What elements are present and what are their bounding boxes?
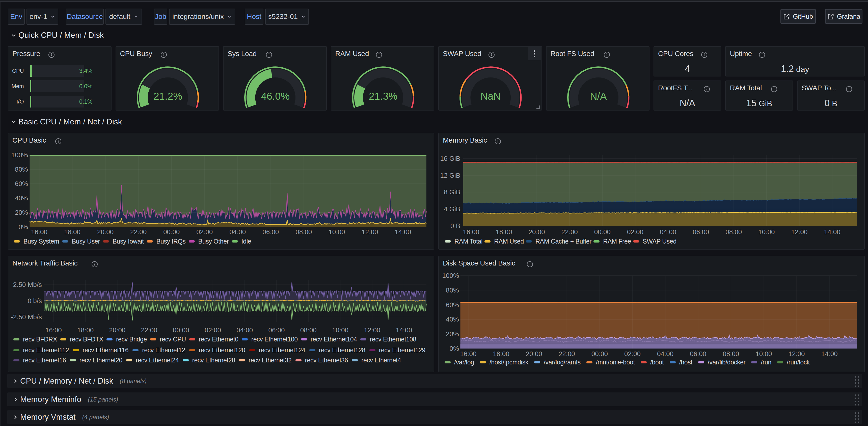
svg-text:46.0%: 46.0% — [261, 91, 290, 102]
svg-text:18:00: 18:00 — [496, 228, 512, 236]
svg-text:80%: 80% — [15, 165, 28, 173]
svg-text:14:00: 14:00 — [824, 228, 840, 236]
svg-text:06:00: 06:00 — [268, 326, 285, 334]
svg-text:22:00: 22:00 — [130, 228, 147, 236]
svg-text:08:00: 08:00 — [725, 228, 742, 236]
svg-text:06:00: 06:00 — [693, 228, 709, 236]
svg-text:16 GiB: 16 GiB — [440, 155, 461, 162]
svg-text:20:00: 20:00 — [529, 228, 545, 236]
svg-text:80%: 80% — [446, 286, 459, 294]
svg-text:100%: 100% — [442, 272, 459, 279]
svg-text:0 B: 0 B — [451, 222, 460, 230]
svg-text:20%: 20% — [446, 330, 459, 338]
svg-text:16:00: 16:00 — [31, 228, 48, 236]
svg-text:0%: 0% — [450, 345, 459, 352]
svg-text:4 GiB: 4 GiB — [444, 205, 460, 213]
svg-text:10:00: 10:00 — [758, 228, 775, 236]
svg-text:21.2%: 21.2% — [153, 91, 182, 102]
svg-text:08:00: 08:00 — [296, 228, 312, 236]
svg-text:40%: 40% — [446, 315, 459, 323]
svg-text:18:00: 18:00 — [493, 350, 509, 358]
svg-text:02:00: 02:00 — [627, 228, 644, 236]
svg-text:60%: 60% — [15, 180, 28, 187]
svg-text:16:00: 16:00 — [45, 326, 62, 334]
svg-text:04:00: 04:00 — [229, 228, 246, 236]
svg-text:0 b/s: 0 b/s — [28, 297, 42, 305]
svg-text:16:00: 16:00 — [460, 350, 476, 358]
svg-text:60%: 60% — [446, 301, 459, 309]
svg-text:10:00: 10:00 — [755, 350, 772, 358]
svg-text:12:00: 12:00 — [791, 228, 807, 236]
svg-text:18:00: 18:00 — [77, 326, 94, 334]
svg-text:8 GiB: 8 GiB — [444, 188, 460, 196]
svg-text:N/A: N/A — [590, 91, 607, 102]
svg-text:08:00: 08:00 — [300, 326, 317, 334]
svg-text:00:00: 00:00 — [594, 228, 611, 236]
svg-text:04:00: 04:00 — [657, 350, 674, 358]
svg-text:00:00: 00:00 — [591, 350, 608, 358]
svg-text:12:00: 12:00 — [364, 326, 380, 334]
svg-text:22:00: 22:00 — [559, 350, 575, 358]
svg-text:00:00: 00:00 — [163, 228, 180, 236]
svg-text:14:00: 14:00 — [821, 350, 838, 358]
svg-text:12:00: 12:00 — [788, 350, 805, 358]
svg-text:40%: 40% — [15, 194, 28, 202]
svg-text:12 GiB: 12 GiB — [440, 172, 461, 179]
svg-text:20:00: 20:00 — [109, 326, 125, 334]
svg-text:04:00: 04:00 — [660, 228, 676, 236]
svg-text:NaN: NaN — [480, 91, 501, 102]
svg-text:21.3%: 21.3% — [369, 91, 397, 102]
svg-text:22:00: 22:00 — [561, 228, 578, 236]
svg-text:2.50 Mb/s: 2.50 Mb/s — [13, 281, 42, 288]
svg-text:14:00: 14:00 — [396, 326, 412, 334]
svg-text:06:00: 06:00 — [690, 350, 706, 358]
svg-text:02:00: 02:00 — [205, 326, 221, 334]
svg-text:20:00: 20:00 — [97, 228, 114, 236]
svg-text:00:00: 00:00 — [173, 326, 189, 334]
svg-text:10:00: 10:00 — [329, 228, 345, 236]
svg-text:20:00: 20:00 — [526, 350, 542, 358]
svg-text:0%: 0% — [19, 223, 28, 231]
svg-text:22:00: 22:00 — [141, 326, 157, 334]
svg-text:16:00: 16:00 — [463, 228, 479, 236]
svg-text:04:00: 04:00 — [237, 326, 253, 334]
svg-text:02:00: 02:00 — [624, 350, 641, 358]
svg-text:14:00: 14:00 — [395, 228, 411, 236]
svg-text:18:00: 18:00 — [64, 228, 81, 236]
svg-text:02:00: 02:00 — [196, 228, 213, 236]
svg-text:-2.50 Mb/s: -2.50 Mb/s — [11, 313, 42, 321]
svg-text:100%: 100% — [11, 151, 28, 159]
svg-text:20%: 20% — [15, 209, 28, 216]
svg-text:12:00: 12:00 — [362, 228, 378, 236]
svg-text:10:00: 10:00 — [332, 326, 348, 334]
svg-text:08:00: 08:00 — [723, 350, 739, 358]
svg-text:06:00: 06:00 — [262, 228, 279, 236]
